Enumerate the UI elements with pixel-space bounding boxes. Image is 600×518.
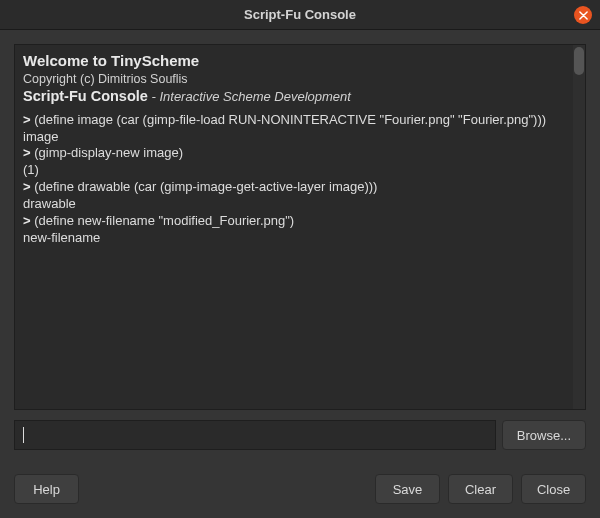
console-command: (define image (car (gimp-file-load RUN-N… [34, 112, 546, 127]
prompt-marker: > [23, 145, 34, 160]
bottom-button-row: Help Save Clear Close [0, 464, 600, 518]
window-title: Script-Fu Console [244, 7, 356, 22]
help-button[interactable]: Help [14, 474, 79, 504]
close-icon [579, 11, 588, 20]
copyright-text: Copyright (c) Dimitrios Souflis [23, 71, 577, 87]
console-command: (define drawable (car (gimp-image-get-ac… [34, 179, 377, 194]
console-entry: > (define drawable (car (gimp-image-get-… [23, 179, 577, 196]
console-entry: > (define new-filename "modified_Fourier… [23, 213, 577, 230]
console-result: new-filename [23, 230, 577, 247]
prompt-marker: > [23, 213, 34, 228]
console-subsub: - Interactive Scheme Development [148, 89, 351, 104]
console-command: (define new-filename "modified_Fourier.p… [34, 213, 294, 228]
console-entry: > (gimp-display-new image) [23, 145, 577, 162]
input-row: Browse... [14, 420, 586, 450]
prompt-marker: > [23, 179, 34, 194]
welcome-title: Welcome to TinyScheme [23, 51, 577, 71]
prompt-marker: > [23, 112, 34, 127]
scrollbar-track[interactable] [573, 45, 585, 409]
scrollbar-thumb[interactable] [574, 47, 584, 75]
bottom-right-buttons: Save Clear Close [375, 474, 586, 504]
console-entry: > (define image (car (gimp-file-load RUN… [23, 112, 577, 129]
script-fu-window: Script-Fu Console Welcome to TinyScheme … [0, 0, 600, 518]
content-area: Welcome to TinyScheme Copyright (c) Dimi… [0, 30, 600, 464]
console-result: drawable [23, 196, 577, 213]
titlebar: Script-Fu Console [0, 0, 600, 30]
window-close-button[interactable] [574, 6, 592, 24]
close-button[interactable]: Close [521, 474, 586, 504]
console-subtitle-row: Script-Fu Console - Interactive Scheme D… [23, 87, 577, 106]
console-subtitle: Script-Fu Console [23, 88, 148, 104]
console-command: (gimp-display-new image) [34, 145, 183, 160]
console-result: (1) [23, 162, 577, 179]
command-input[interactable] [14, 420, 496, 450]
console-result: image [23, 129, 577, 146]
browse-button[interactable]: Browse... [502, 420, 586, 450]
save-button[interactable]: Save [375, 474, 440, 504]
clear-button[interactable]: Clear [448, 474, 513, 504]
text-cursor [23, 427, 24, 443]
console-output[interactable]: Welcome to TinyScheme Copyright (c) Dimi… [14, 44, 586, 410]
